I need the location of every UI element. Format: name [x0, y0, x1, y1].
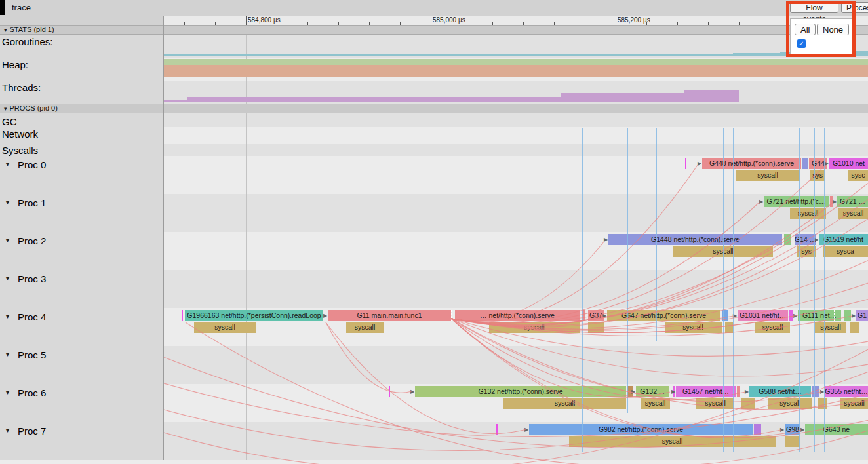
proc-collapse-triangle-icon[interactable]: ▾: [6, 199, 9, 206]
goroutine-slice[interactable]: G1966163 net/http.(*persistConn).readLoo…: [185, 310, 323, 321]
stat-band-series: [164, 59, 868, 65]
syscall-slice[interactable]: syscall: [696, 398, 734, 409]
syscall-slice[interactable]: syscall: [489, 322, 580, 333]
syscall-slice[interactable]: syscall: [665, 322, 720, 333]
syscall-slice[interactable]: [818, 398, 827, 409]
ruler-tick-label: 585,000 µs: [433, 16, 465, 24]
proc-row-label[interactable]: Proc 6: [18, 387, 46, 398]
proc-collapse-triangle-icon[interactable]: ▾: [6, 275, 9, 282]
syscall-slice[interactable]: syscall: [503, 398, 626, 409]
track-band: [164, 270, 868, 308]
major-gridline: [246, 25, 247, 460]
counter-sample-line: [582, 128, 583, 452]
goroutine-slice[interactable]: G132 net/http.(*conn).serve: [415, 386, 626, 397]
goroutine-slice[interactable]: … net/http.(*conn).serve: [455, 310, 580, 321]
syscall-slice[interactable]: [717, 322, 722, 333]
bottom-strip: [0, 460, 868, 464]
slice-start-arrow-icon: ▶: [603, 234, 608, 245]
stat-area-step: [684, 90, 739, 102]
syscall-slice[interactable]: [725, 322, 733, 333]
slice-start-arrow-icon: ▶: [744, 386, 749, 397]
goroutine-slice[interactable]: G1031 net/ht…: [738, 310, 788, 321]
syscall-slice[interactable]: [741, 398, 755, 409]
ruler-major-tick: [431, 16, 431, 25]
goroutine-slice[interactable]: [844, 310, 851, 321]
proc-collapse-triangle-icon[interactable]: ▾: [6, 427, 9, 434]
proc-row-label[interactable]: Proc 3: [18, 273, 46, 284]
window-corner: [0, 0, 5, 15]
goroutine-slice[interactable]: G1457 net/ht…: [676, 386, 736, 397]
syscall-slice[interactable]: [785, 436, 800, 447]
track-band: [164, 144, 868, 156]
syscall-slice[interactable]: sysc: [848, 170, 868, 181]
stat-area-step: [164, 54, 682, 56]
stat-row-label: Goroutines:: [2, 36, 53, 47]
slice-start-arrow-icon: ▶: [671, 386, 676, 397]
goroutine-slice[interactable]: [737, 386, 740, 397]
syscall-slice[interactable]: syscall: [838, 208, 868, 219]
proc-collapse-triangle-icon[interactable]: ▾: [6, 161, 9, 168]
proc-row-label[interactable]: Proc 4: [18, 311, 46, 322]
syscall-slice[interactable]: syscall: [194, 322, 256, 333]
syscall-slice[interactable]: syscall: [641, 398, 670, 409]
goroutine-slice[interactable]: [812, 386, 819, 397]
flow-events-button[interactable]: Flow events: [790, 2, 838, 13]
track-row-label: Network: [2, 128, 38, 140]
syscall-slice[interactable]: syscall: [768, 398, 812, 409]
proc-collapse-triangle-icon[interactable]: ▾: [6, 313, 9, 320]
syscall-slice[interactable]: syscall: [346, 322, 384, 333]
goroutine-slice[interactable]: G98: [785, 424, 800, 435]
section-header-procs[interactable]: ▾PROCS (pid 0): [0, 104, 868, 113]
track-row-label: Syscalls: [2, 145, 38, 156]
track-band: [164, 127, 868, 144]
syscall-slice[interactable]: syscall: [736, 170, 800, 181]
instant-event-tick[interactable]: [496, 424, 498, 435]
goroutine-slice[interactable]: G1010 net: [829, 158, 868, 169]
slice-start-arrow-icon: ▶: [524, 424, 529, 435]
proc-row-label[interactable]: Proc 0: [18, 159, 46, 170]
goroutine-slice[interactable]: G1: [856, 310, 868, 321]
goroutine-slice[interactable]: [802, 158, 808, 169]
counter-sample-line: [182, 128, 182, 347]
proc-row-label[interactable]: Proc 5: [18, 349, 46, 360]
flow-all-button[interactable]: All: [795, 24, 816, 35]
proc-collapse-triangle-icon[interactable]: ▾: [6, 237, 9, 244]
processes-button[interactable]: Processes: [841, 2, 868, 13]
flow-none-button[interactable]: None: [817, 24, 849, 35]
section-header-stats[interactable]: ▾STATS (pid 1): [0, 25, 868, 35]
instant-event-tick[interactable]: [389, 386, 390, 397]
syscall-slice[interactable]: syscall: [840, 398, 868, 409]
goroutine-slice[interactable]: G1519 net/ht: [819, 234, 868, 245]
goroutine-slice[interactable]: G448 net/http.(*conn).serve: [702, 158, 801, 169]
slice-start-arrow-icon: ▶: [779, 424, 785, 435]
syscall-slice[interactable]: syscall: [790, 208, 826, 219]
proc-row-label[interactable]: Proc 2: [18, 235, 46, 246]
counter-sample-line: [785, 128, 785, 452]
syscall-slice[interactable]: sys: [810, 170, 825, 181]
track-band: [164, 346, 868, 384]
goroutine-slice[interactable]: G355 net/ht…: [825, 386, 868, 397]
goroutine-slice[interactable]: G132 . .: [636, 386, 669, 397]
goroutine-slice[interactable]: G1448 net/http.(*conn).serve: [608, 234, 782, 245]
syscall-slice[interactable]: sysca: [823, 246, 868, 257]
sidebar-divider: [163, 16, 164, 460]
slice-start-arrow-icon: ▶: [697, 158, 702, 169]
goroutine-slice[interactable]: G721 …: [837, 196, 868, 207]
goroutine-slice[interactable]: G982 net/http.(*conn).serve: [529, 424, 753, 435]
proc-row-label[interactable]: Proc 1: [18, 197, 46, 208]
goroutine-slice[interactable]: G588 net/ht…: [749, 386, 811, 397]
goroutine-slice[interactable]: G11 main.main.func1: [328, 310, 451, 321]
ruler-major-tick: [246, 16, 247, 25]
goroutine-slice[interactable]: [754, 424, 761, 435]
syscall-slice[interactable]: syscall: [815, 322, 846, 333]
syscall-slice[interactable]: [588, 322, 604, 333]
instant-event-tick[interactable]: [685, 158, 686, 169]
goroutine-slice[interactable]: G721 net/http.(*c…: [764, 196, 829, 207]
proc-collapse-triangle-icon[interactable]: ▾: [6, 351, 9, 358]
goroutine-slice[interactable]: G647 net/http.(*conn).serve: [607, 310, 720, 321]
syscall-slice[interactable]: syscall: [569, 436, 776, 447]
proc-collapse-triangle-icon[interactable]: ▾: [6, 389, 9, 396]
proc-row-label[interactable]: Proc 7: [18, 425, 46, 436]
flow-category-checkbox[interactable]: ✓: [797, 39, 806, 48]
syscall-slice[interactable]: [850, 322, 859, 333]
